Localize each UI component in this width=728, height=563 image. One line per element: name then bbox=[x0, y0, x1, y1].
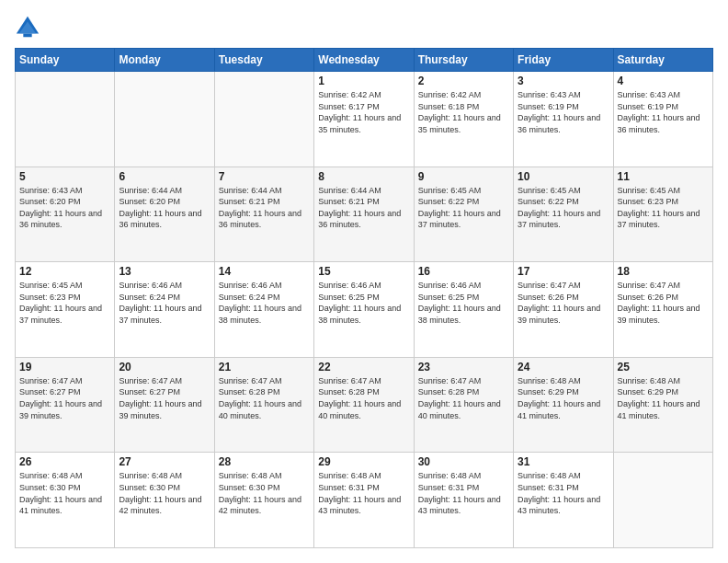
day-cell-7: 7Sunrise: 6:44 AMSunset: 6:21 PMDaylight… bbox=[214, 167, 313, 262]
day-cell-27: 27Sunrise: 6:48 AMSunset: 6:30 PMDayligh… bbox=[115, 453, 214, 548]
day-info: Sunrise: 6:46 AMSunset: 6:25 PMDaylight:… bbox=[418, 280, 509, 326]
day-info: Sunrise: 6:45 AMSunset: 6:22 PMDaylight:… bbox=[518, 185, 609, 231]
weekday-header-row: SundayMondayTuesdayWednesdayThursdayFrid… bbox=[16, 49, 713, 72]
page: SundayMondayTuesdayWednesdayThursdayFrid… bbox=[0, 0, 728, 563]
weekday-header-saturday: Saturday bbox=[613, 49, 712, 72]
day-number: 16 bbox=[418, 265, 509, 278]
day-info: Sunrise: 6:48 AMSunset: 6:30 PMDaylight:… bbox=[119, 470, 210, 516]
day-cell-25: 25Sunrise: 6:48 AMSunset: 6:29 PMDayligh… bbox=[613, 357, 712, 453]
day-info: Sunrise: 6:48 AMSunset: 6:29 PMDaylight:… bbox=[518, 375, 609, 421]
day-info: Sunrise: 6:46 AMSunset: 6:25 PMDaylight:… bbox=[318, 280, 409, 326]
weekday-header-thursday: Thursday bbox=[414, 49, 513, 72]
weekday-header-friday: Friday bbox=[514, 49, 613, 72]
day-number: 11 bbox=[618, 170, 709, 183]
header bbox=[15, 15, 713, 40]
day-number: 26 bbox=[19, 455, 110, 468]
day-number: 22 bbox=[318, 361, 409, 373]
day-number: 5 bbox=[19, 170, 110, 183]
day-cell-4: 4Sunrise: 6:43 AMSunset: 6:19 PMDaylight… bbox=[613, 72, 712, 167]
day-cell-21: 21Sunrise: 6:47 AMSunset: 6:28 PMDayligh… bbox=[214, 357, 313, 453]
day-info: Sunrise: 6:47 AMSunset: 6:27 PMDaylight:… bbox=[19, 375, 110, 421]
empty-cell bbox=[613, 453, 712, 548]
day-number: 23 bbox=[418, 361, 509, 373]
day-info: Sunrise: 6:42 AMSunset: 6:17 PMDaylight:… bbox=[318, 89, 409, 135]
day-number: 20 bbox=[119, 361, 210, 373]
day-info: Sunrise: 6:48 AMSunset: 6:30 PMDaylight:… bbox=[219, 470, 310, 516]
day-cell-6: 6Sunrise: 6:44 AMSunset: 6:20 PMDaylight… bbox=[115, 167, 214, 262]
day-number: 15 bbox=[318, 265, 409, 278]
day-cell-20: 20Sunrise: 6:47 AMSunset: 6:27 PMDayligh… bbox=[115, 357, 214, 453]
day-cell-22: 22Sunrise: 6:47 AMSunset: 6:28 PMDayligh… bbox=[314, 357, 414, 453]
calendar-table: SundayMondayTuesdayWednesdayThursdayFrid… bbox=[15, 48, 713, 548]
weekday-header-tuesday: Tuesday bbox=[214, 49, 313, 72]
logo bbox=[15, 15, 42, 40]
day-cell-26: 26Sunrise: 6:48 AMSunset: 6:30 PMDayligh… bbox=[16, 453, 115, 548]
day-cell-30: 30Sunrise: 6:48 AMSunset: 6:31 PMDayligh… bbox=[414, 453, 513, 548]
empty-cell bbox=[214, 72, 313, 167]
day-info: Sunrise: 6:48 AMSunset: 6:31 PMDaylight:… bbox=[518, 470, 609, 516]
day-number: 29 bbox=[318, 455, 409, 468]
day-cell-10: 10Sunrise: 6:45 AMSunset: 6:22 PMDayligh… bbox=[514, 167, 613, 262]
day-info: Sunrise: 6:44 AMSunset: 6:21 PMDaylight:… bbox=[219, 185, 310, 231]
day-cell-11: 11Sunrise: 6:45 AMSunset: 6:23 PMDayligh… bbox=[613, 167, 712, 262]
day-number: 28 bbox=[219, 455, 310, 468]
day-info: Sunrise: 6:43 AMSunset: 6:20 PMDaylight:… bbox=[19, 185, 110, 231]
day-info: Sunrise: 6:45 AMSunset: 6:23 PMDaylight:… bbox=[19, 280, 110, 326]
day-info: Sunrise: 6:47 AMSunset: 6:26 PMDaylight:… bbox=[518, 280, 609, 326]
weekday-header-sunday: Sunday bbox=[16, 49, 115, 72]
day-cell-23: 23Sunrise: 6:47 AMSunset: 6:28 PMDayligh… bbox=[414, 357, 513, 453]
day-cell-13: 13Sunrise: 6:46 AMSunset: 6:24 PMDayligh… bbox=[115, 262, 214, 358]
day-number: 14 bbox=[219, 265, 310, 278]
day-number: 13 bbox=[119, 265, 210, 278]
day-number: 31 bbox=[518, 455, 609, 468]
day-info: Sunrise: 6:47 AMSunset: 6:28 PMDaylight:… bbox=[418, 375, 509, 421]
day-number: 30 bbox=[418, 455, 509, 468]
day-number: 24 bbox=[518, 361, 609, 373]
week-row-1: 1Sunrise: 6:42 AMSunset: 6:17 PMDaylight… bbox=[16, 72, 713, 167]
day-cell-29: 29Sunrise: 6:48 AMSunset: 6:31 PMDayligh… bbox=[314, 453, 414, 548]
day-info: Sunrise: 6:47 AMSunset: 6:28 PMDaylight:… bbox=[318, 375, 409, 421]
day-info: Sunrise: 6:43 AMSunset: 6:19 PMDaylight:… bbox=[518, 89, 609, 135]
day-number: 10 bbox=[518, 170, 609, 183]
day-number: 3 bbox=[518, 75, 609, 87]
day-info: Sunrise: 6:46 AMSunset: 6:24 PMDaylight:… bbox=[119, 280, 210, 326]
day-info: Sunrise: 6:45 AMSunset: 6:22 PMDaylight:… bbox=[418, 185, 509, 231]
day-info: Sunrise: 6:46 AMSunset: 6:24 PMDaylight:… bbox=[219, 280, 310, 326]
day-cell-12: 12Sunrise: 6:45 AMSunset: 6:23 PMDayligh… bbox=[16, 262, 115, 358]
day-info: Sunrise: 6:48 AMSunset: 6:31 PMDaylight:… bbox=[418, 470, 509, 516]
day-cell-5: 5Sunrise: 6:43 AMSunset: 6:20 PMDaylight… bbox=[16, 167, 115, 262]
day-number: 12 bbox=[19, 265, 110, 278]
day-cell-31: 31Sunrise: 6:48 AMSunset: 6:31 PMDayligh… bbox=[514, 453, 613, 548]
day-number: 9 bbox=[418, 170, 509, 183]
day-number: 7 bbox=[219, 170, 310, 183]
day-info: Sunrise: 6:47 AMSunset: 6:27 PMDaylight:… bbox=[119, 375, 210, 421]
day-number: 27 bbox=[119, 455, 210, 468]
day-number: 4 bbox=[618, 75, 709, 87]
day-cell-1: 1Sunrise: 6:42 AMSunset: 6:17 PMDaylight… bbox=[314, 72, 414, 167]
day-info: Sunrise: 6:42 AMSunset: 6:18 PMDaylight:… bbox=[418, 89, 509, 135]
day-info: Sunrise: 6:47 AMSunset: 6:28 PMDaylight:… bbox=[219, 375, 310, 421]
weekday-header-wednesday: Wednesday bbox=[314, 49, 414, 72]
day-number: 8 bbox=[318, 170, 409, 183]
day-cell-3: 3Sunrise: 6:43 AMSunset: 6:19 PMDaylight… bbox=[514, 72, 613, 167]
day-info: Sunrise: 6:48 AMSunset: 6:31 PMDaylight:… bbox=[318, 470, 409, 516]
day-number: 19 bbox=[19, 361, 110, 373]
day-info: Sunrise: 6:44 AMSunset: 6:20 PMDaylight:… bbox=[119, 185, 210, 231]
day-info: Sunrise: 6:45 AMSunset: 6:23 PMDaylight:… bbox=[618, 185, 709, 231]
weekday-header-monday: Monday bbox=[115, 49, 214, 72]
day-number: 1 bbox=[318, 75, 409, 87]
week-row-4: 19Sunrise: 6:47 AMSunset: 6:27 PMDayligh… bbox=[16, 357, 713, 453]
day-cell-2: 2Sunrise: 6:42 AMSunset: 6:18 PMDaylight… bbox=[414, 72, 513, 167]
day-cell-28: 28Sunrise: 6:48 AMSunset: 6:30 PMDayligh… bbox=[214, 453, 313, 548]
day-cell-8: 8Sunrise: 6:44 AMSunset: 6:21 PMDaylight… bbox=[314, 167, 414, 262]
day-info: Sunrise: 6:48 AMSunset: 6:29 PMDaylight:… bbox=[618, 375, 709, 421]
logo-icon bbox=[15, 15, 40, 40]
week-row-3: 12Sunrise: 6:45 AMSunset: 6:23 PMDayligh… bbox=[16, 262, 713, 358]
day-cell-19: 19Sunrise: 6:47 AMSunset: 6:27 PMDayligh… bbox=[16, 357, 115, 453]
day-info: Sunrise: 6:48 AMSunset: 6:30 PMDaylight:… bbox=[19, 470, 110, 516]
day-cell-17: 17Sunrise: 6:47 AMSunset: 6:26 PMDayligh… bbox=[514, 262, 613, 358]
day-cell-14: 14Sunrise: 6:46 AMSunset: 6:24 PMDayligh… bbox=[214, 262, 313, 358]
day-number: 6 bbox=[119, 170, 210, 183]
day-cell-15: 15Sunrise: 6:46 AMSunset: 6:25 PMDayligh… bbox=[314, 262, 414, 358]
day-number: 2 bbox=[418, 75, 509, 87]
